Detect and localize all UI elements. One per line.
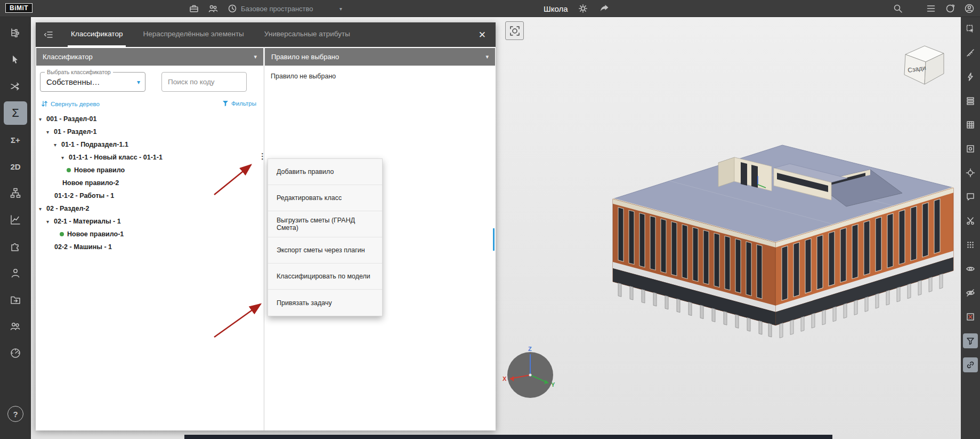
table-icon (966, 120, 975, 130)
tree-node-01-1-1-novyi-klass[interactable]: ▾ 01-1-1 - Новый класс - 01-1-1 ⋮ (36, 151, 264, 164)
chevron-down-icon: ▾ (485, 53, 489, 60)
workspace-selector[interactable]: Базовое пространство ▾ (241, 0, 342, 17)
chevron-down-icon: ▾ (254, 53, 257, 60)
panel-tabbar: Классификатор Нераспределённые элементы … (36, 22, 496, 47)
collapse-tree-link[interactable]: Свернуть дерево (41, 100, 100, 107)
chevron-down-icon[interactable]: ▾ (39, 206, 46, 212)
gear-icon (578, 3, 588, 14)
plugins-button[interactable] (4, 235, 27, 258)
close-panel-button[interactable]: ✕ (476, 29, 488, 41)
toolbox-button[interactable] (188, 2, 200, 15)
tree-node-001-razdel-01[interactable]: ▾ 001 - Раздел-01 (36, 113, 264, 125)
account-button[interactable] (963, 2, 976, 15)
storeys-button[interactable] (963, 93, 978, 108)
relations-button[interactable] (4, 75, 27, 98)
flash-icon (966, 72, 975, 82)
collaboration-button[interactable] (207, 2, 220, 15)
panel-scrollbar-thumb[interactable] (493, 228, 495, 251)
gauge-icon (10, 347, 21, 359)
help-button[interactable]: ? (7, 406, 23, 422)
classifier-tool-button[interactable]: Σ (4, 101, 27, 125)
tree-node-label: 01-1-1 - Новый класс - 01-1-1 (69, 154, 163, 161)
menu-item-export-estimate-plugin[interactable]: Экспорт сметы через плагин (268, 237, 382, 264)
tree-node-novoe-pravilo-1[interactable]: Новое правило-1 (36, 228, 264, 241)
settings-button[interactable] (577, 2, 589, 15)
filters-label: Фильтры (231, 100, 256, 107)
menu-item-bind-task[interactable]: Привязать задачу (268, 290, 382, 316)
chevron-down-icon[interactable]: ▾ (54, 142, 61, 148)
drawings-2d-button[interactable]: 2D (4, 155, 27, 178)
search-button[interactable] (892, 2, 904, 15)
model-tree-button[interactable] (4, 21, 27, 45)
show-elements-button[interactable] (963, 261, 978, 276)
sync-status-button[interactable] (944, 2, 957, 15)
axis-gizmo[interactable]: Z X Y (503, 346, 555, 398)
tree-node-01-1-2-raboty-1[interactable]: 01-1-2 - Работы - 1 (36, 189, 264, 202)
region-button[interactable] (963, 141, 978, 156)
tree-node-02-razdel-2[interactable]: ▾ 02 - Раздел-2 (36, 202, 264, 215)
viewport-bottom-scrollbar[interactable] (184, 435, 832, 439)
storeys-icon (966, 96, 975, 106)
tree-node-novoe-pravilo[interactable]: Новое правило (36, 164, 264, 177)
search-icon (893, 3, 903, 14)
clear-selection-button[interactable] (963, 309, 978, 324)
menu-item-classify-by-model[interactable]: Классифицировать по модели (268, 264, 382, 290)
tree-node-novoe-pravilo-2[interactable]: Новое правило-2 (36, 177, 264, 189)
classifier-select[interactable]: Выбрать классификатор Собственны… ▾ (40, 72, 145, 92)
quick-action-button[interactable] (963, 69, 978, 84)
classifier-select-label: Выбрать классификатор (45, 69, 113, 75)
classifier-section-header[interactable]: Классификатор ▾ (36, 48, 263, 66)
clip-icon (966, 216, 975, 226)
clip-button[interactable] (963, 213, 978, 228)
locate-button[interactable] (963, 165, 978, 180)
chevron-down-icon[interactable]: ▾ (46, 129, 54, 135)
link-selection-button[interactable] (963, 357, 978, 372)
select-tool-button[interactable] (4, 48, 27, 71)
task-list-button[interactable] (925, 2, 937, 15)
rule-dot-icon (67, 168, 71, 172)
tab-universal-attributes[interactable]: Универсальные атрибуты (261, 22, 353, 47)
estimates-button[interactable]: Σ+ (4, 128, 27, 151)
hierarchy-button[interactable] (4, 181, 27, 205)
viewport-capture-button[interactable] (505, 21, 524, 40)
profile-button[interactable] (4, 261, 27, 285)
tab-unallocated-elements[interactable]: Нераспределённые элементы (140, 22, 247, 47)
tree-node-01-razdel-1[interactable]: ▾ 01 - Раздел-1 (36, 125, 264, 138)
tree-node-label: Новое правило (74, 166, 125, 174)
tree-node-02-1-materialy-1[interactable]: ▾ 02-1 - Материалы - 1 (36, 215, 264, 228)
share-button[interactable] (598, 2, 611, 15)
chevron-down-icon[interactable]: ▾ (61, 155, 69, 161)
user-groups-button[interactable] (4, 315, 27, 338)
measure-button[interactable] (963, 45, 978, 60)
tree-node-02-2-mashiny-1[interactable]: 02-2 - Машины - 1 (36, 241, 264, 253)
app-logo[interactable]: BiMiT (5, 3, 33, 13)
menu-item-export-estimates-grand[interactable]: Выгрузить сметы (ГРАНД Смета) (268, 211, 382, 237)
rule-section-header[interactable]: Правило не выбрано ▾ (265, 48, 495, 66)
menu-item-add-rule[interactable]: Добавить правило (268, 159, 382, 185)
filter-elements-button[interactable] (963, 333, 978, 348)
hide-elements-button[interactable] (963, 285, 978, 300)
window-select-button[interactable] (963, 21, 978, 36)
tab-classifier[interactable]: Классификатор (68, 22, 126, 47)
collapse-panel-icon[interactable] (43, 29, 54, 40)
analytics-button[interactable] (4, 208, 27, 232)
history-button[interactable] (226, 2, 239, 15)
code-search-input[interactable] (161, 72, 247, 92)
apps-grid-button[interactable] (963, 237, 978, 252)
user-icon (10, 267, 21, 279)
nav-cube[interactable]: Сзади (898, 41, 951, 92)
chevron-down-icon[interactable]: ▾ (39, 116, 46, 122)
comments-button[interactable] (963, 189, 978, 204)
visibility-icon (966, 264, 975, 274)
shared-projects-button[interactable] (4, 288, 27, 312)
filters-link[interactable]: Фильтры (222, 100, 256, 107)
table-view-button[interactable] (963, 117, 978, 132)
tree-node-label: Новое правило-1 (67, 230, 124, 238)
dashboard-button[interactable] (4, 341, 27, 365)
class-context-menu: Добавить правило Редактировать класс Выг… (268, 158, 383, 316)
tree-node-01-1-podrazdel-1-1[interactable]: ▾ 01-1 - Подраздел-1.1 (36, 138, 264, 151)
menu-item-edit-class[interactable]: Редактировать класс (268, 185, 382, 211)
users-icon (10, 321, 21, 332)
account-icon (964, 3, 975, 14)
chevron-down-icon[interactable]: ▾ (46, 219, 54, 225)
